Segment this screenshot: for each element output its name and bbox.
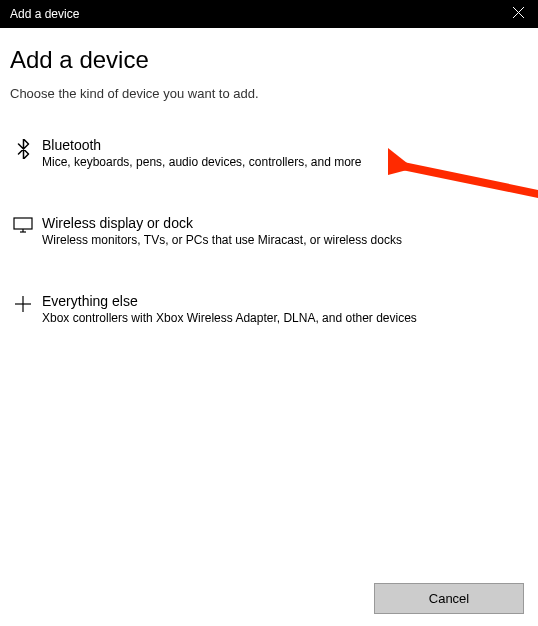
page-title: Add a device xyxy=(10,46,528,74)
bluetooth-icon xyxy=(10,137,36,159)
option-wireless-display[interactable]: Wireless display or dock Wireless monito… xyxy=(10,207,528,255)
option-desc: Xbox controllers with Xbox Wireless Adap… xyxy=(42,311,528,325)
close-icon xyxy=(513,7,524,21)
option-title: Everything else xyxy=(42,293,528,309)
svg-rect-2 xyxy=(14,218,32,229)
dialog-footer: Cancel xyxy=(374,583,524,614)
option-title: Bluetooth xyxy=(42,137,528,153)
option-desc: Wireless monitors, TVs, or PCs that use … xyxy=(42,233,528,247)
titlebar: Add a device xyxy=(0,0,538,28)
cancel-button[interactable]: Cancel xyxy=(374,583,524,614)
option-text: Bluetooth Mice, keyboards, pens, audio d… xyxy=(36,137,528,169)
titlebar-title: Add a device xyxy=(10,7,79,21)
monitor-icon xyxy=(10,215,36,233)
dialog-content: Add a device Choose the kind of device y… xyxy=(0,28,538,333)
page-subtitle: Choose the kind of device you want to ad… xyxy=(10,86,528,101)
plus-icon xyxy=(10,293,36,313)
option-text: Everything else Xbox controllers with Xb… xyxy=(36,293,528,325)
option-bluetooth[interactable]: Bluetooth Mice, keyboards, pens, audio d… xyxy=(10,129,528,177)
close-button[interactable] xyxy=(508,4,528,24)
option-everything-else[interactable]: Everything else Xbox controllers with Xb… xyxy=(10,285,528,333)
option-desc: Mice, keyboards, pens, audio devices, co… xyxy=(42,155,528,169)
option-title: Wireless display or dock xyxy=(42,215,528,231)
option-text: Wireless display or dock Wireless monito… xyxy=(36,215,528,247)
